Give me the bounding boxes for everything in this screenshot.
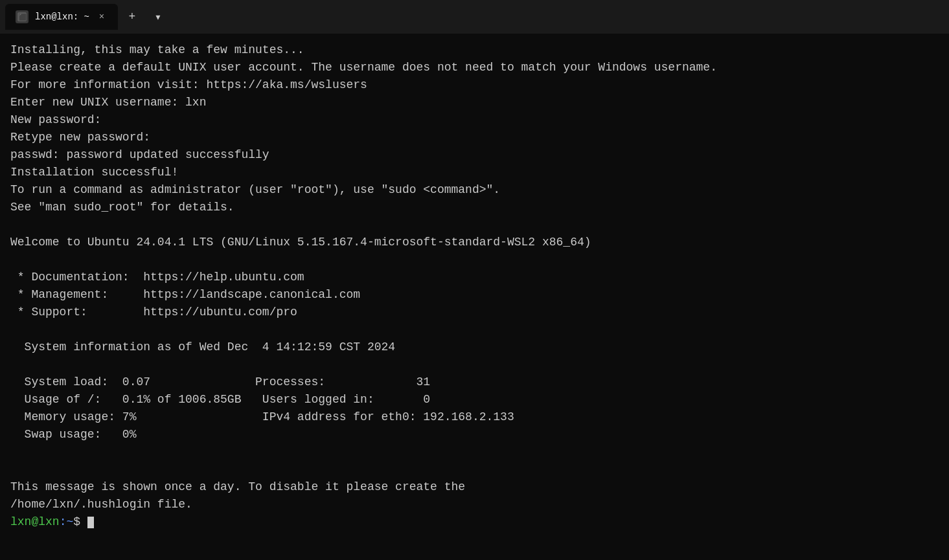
terminal-output: Installing, this may take a few minutes.… (0, 34, 949, 560)
terminal-tab[interactable]: ⬛ lxn@lxn: ~ × (5, 4, 118, 30)
dropdown-button[interactable]: ▾ (146, 5, 170, 28)
title-bar: ⬛ lxn@lxn: ~ × + ▾ (0, 0, 949, 34)
tab-label: lxn@lxn: ~ (35, 12, 89, 22)
tab-icon: ⬛ (16, 10, 29, 23)
new-tab-button[interactable]: + (120, 5, 144, 28)
svg-text:⬛: ⬛ (19, 13, 27, 21)
tab-close-button[interactable]: × (96, 11, 108, 23)
